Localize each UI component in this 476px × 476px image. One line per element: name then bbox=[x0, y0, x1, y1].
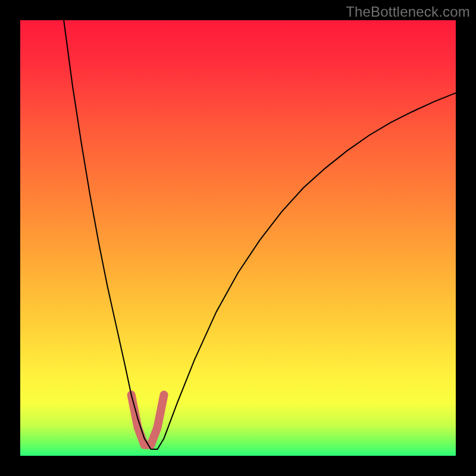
plot-area bbox=[20, 20, 456, 456]
bottleneck-curve bbox=[64, 20, 456, 449]
chart-svg bbox=[20, 20, 456, 456]
chart-frame: TheBottleneck.com bbox=[0, 0, 476, 476]
bracket-highlight bbox=[131, 395, 164, 445]
watermark-text: TheBottleneck.com bbox=[346, 4, 470, 20]
